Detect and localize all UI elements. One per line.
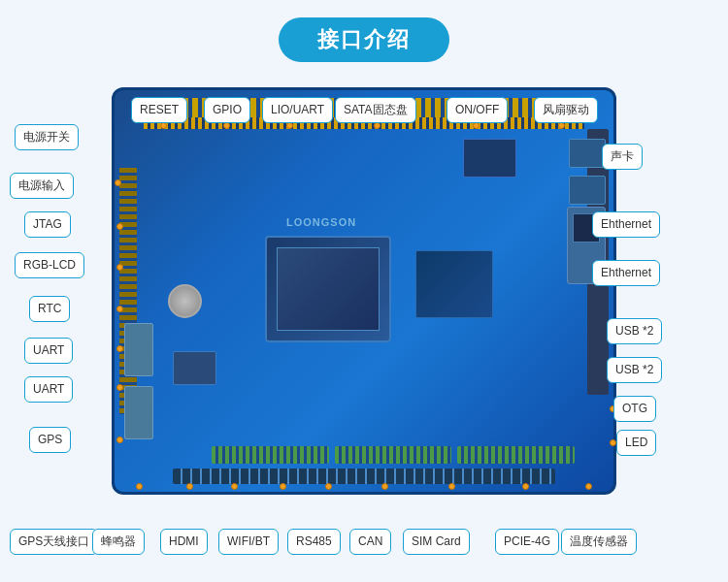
main-chip (265, 236, 391, 342)
chip-inner (277, 247, 380, 331)
label-sound-card: 声卡 (602, 144, 643, 170)
battery-holder (168, 284, 202, 318)
board-area (112, 87, 616, 495)
dot-gps (116, 436, 123, 443)
secondary-chip (415, 250, 493, 318)
label-rgb-lcd: RGB-LCD (15, 252, 84, 278)
dot-simcard (448, 483, 455, 490)
dot-rs485 (325, 483, 332, 490)
connector-left (119, 168, 137, 414)
label-sim-card: SIM Card (403, 529, 470, 555)
label-fan-drive: 风扇驱动 (534, 97, 598, 123)
label-jtag: JTAG (24, 211, 71, 238)
dot-hdmi (231, 483, 238, 490)
bottom-connectors (212, 445, 575, 465)
label-otg: OTG (613, 396, 656, 422)
label-wifibt: WIFI/BT (218, 529, 279, 555)
dot-onoff (473, 122, 480, 129)
dot-gpio (223, 122, 230, 129)
board-inner (115, 90, 613, 492)
dot-reset (160, 122, 167, 129)
label-rtc: RTC (29, 296, 70, 322)
dot-temp (585, 483, 592, 490)
label-usb1: USB *2 (607, 318, 662, 344)
dot-led (610, 439, 616, 446)
eth-port-1 (569, 139, 606, 168)
serial-port-2 (124, 386, 153, 439)
label-rs485: RS485 (287, 529, 341, 555)
label-temp-sensor: 温度传感器 (561, 529, 637, 555)
label-ethernet1: Ehthernet (592, 211, 660, 238)
label-hdmi: HDMI (160, 529, 208, 555)
dot-wifibt (280, 483, 286, 490)
label-can: CAN (349, 529, 391, 555)
label-gps: GPS (29, 427, 71, 453)
small-chip-1 (463, 139, 516, 178)
dot-rgb-lcd (116, 264, 123, 271)
label-reset: RESET (131, 97, 187, 123)
label-gpio: GPIO (204, 97, 250, 123)
label-power-switch: 电源开关 (15, 124, 79, 150)
bottom-connector-1 (212, 446, 329, 464)
label-sata: SATA固态盘 (335, 97, 416, 123)
label-buzzer: 蜂鸣器 (92, 529, 145, 555)
page-container: 接口介绍 (0, 0, 728, 582)
dot-liouart (286, 122, 293, 129)
dot-pcie (522, 483, 529, 490)
dot-sata (374, 122, 381, 129)
serial-port-1 (124, 323, 153, 376)
label-liouart: LIO/UART (262, 97, 333, 123)
label-uart2: UART (24, 376, 73, 403)
label-ethernet2: Ehthernet (592, 260, 660, 286)
dot-uart1 (116, 345, 123, 352)
label-usb2: USB *2 (607, 357, 662, 383)
dot-gps-ant (136, 483, 143, 490)
page-title: 接口介绍 (317, 27, 411, 51)
dot-jtag (116, 223, 123, 230)
dot-fan (558, 122, 565, 129)
dot-power-in (115, 179, 121, 186)
label-power-in: 电源输入 (10, 173, 74, 199)
dot-uart2 (116, 384, 123, 391)
wifi-chip (173, 351, 216, 385)
bottom-connector-2 (335, 446, 452, 464)
label-uart1: UART (24, 338, 73, 364)
connector-bottom (173, 469, 555, 484)
dot-can (381, 483, 388, 490)
label-gps-antenna: GPS天线接口 (10, 529, 98, 555)
dot-buzzer (186, 483, 193, 490)
dot-rtc (116, 306, 123, 312)
title-bar: 接口介绍 (279, 17, 449, 62)
label-led: LED (616, 430, 656, 456)
label-onoff: ON/OFF (447, 97, 508, 123)
bottom-connector-3 (457, 446, 575, 464)
eth-port-2 (569, 176, 606, 205)
label-pcie-4g: PCIE-4G (495, 529, 559, 555)
